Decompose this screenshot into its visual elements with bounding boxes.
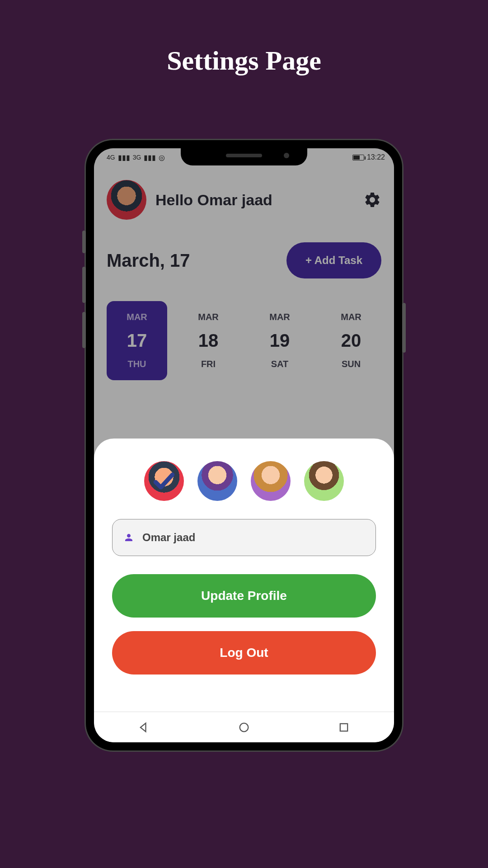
svg-rect-1 bbox=[340, 723, 347, 731]
phone-notch bbox=[181, 148, 307, 165]
name-input[interactable]: Omar jaad bbox=[112, 519, 376, 556]
volume-up-button bbox=[82, 267, 86, 303]
svg-point-0 bbox=[240, 723, 249, 731]
volume-down-button bbox=[82, 312, 86, 348]
recent-icon[interactable] bbox=[338, 721, 350, 734]
home-icon[interactable] bbox=[238, 721, 250, 734]
logout-button[interactable]: Log Out bbox=[112, 631, 376, 675]
update-profile-button[interactable]: Update Profile bbox=[112, 574, 376, 618]
person-icon bbox=[123, 532, 134, 543]
avatar-option-blond-beard[interactable] bbox=[251, 461, 291, 501]
settings-bottom-sheet: Omar jaad Update Profile Log Out bbox=[94, 439, 394, 742]
mute-switch bbox=[82, 231, 86, 253]
avatar-option-woman[interactable] bbox=[304, 461, 344, 501]
power-button bbox=[402, 303, 406, 353]
avatar-picker bbox=[112, 461, 376, 501]
avatar-option-bearded-man[interactable] bbox=[144, 461, 184, 501]
phone-frame: 4G ▮▮▮ 3G ▮▮▮ ◎ 13:22 Hello Omar jaad bbox=[86, 140, 402, 750]
page-title: Settings Page bbox=[0, 45, 488, 76]
check-icon bbox=[144, 461, 184, 501]
name-input-value: Omar jaad bbox=[142, 531, 195, 544]
back-icon[interactable] bbox=[138, 721, 150, 734]
phone-screen: 4G ▮▮▮ 3G ▮▮▮ ◎ 13:22 Hello Omar jaad bbox=[94, 148, 394, 742]
avatar-option-young-man[interactable] bbox=[197, 461, 237, 501]
android-nav-bar bbox=[94, 712, 394, 742]
